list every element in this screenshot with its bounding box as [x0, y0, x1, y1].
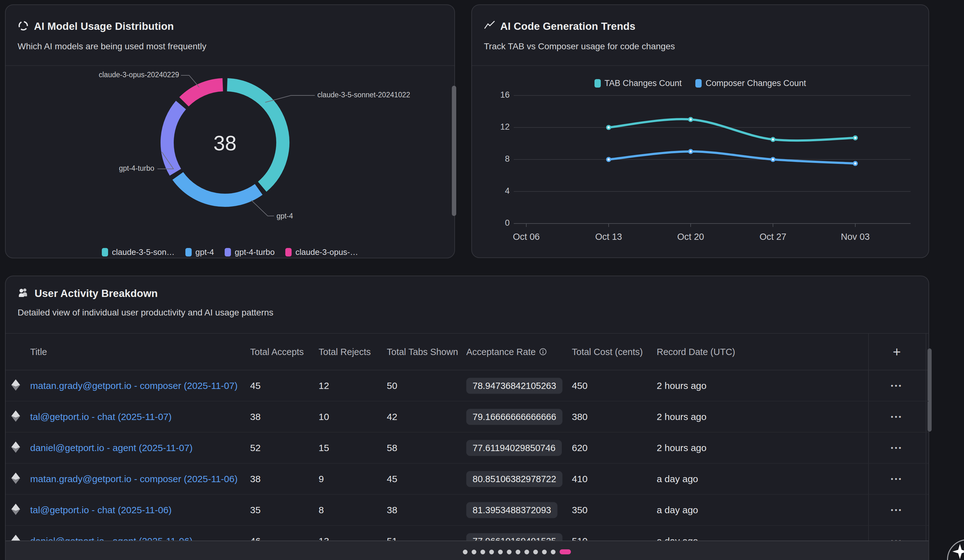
card-title: User Activity Breakdown — [34, 287, 158, 299]
column-header-total-rejects[interactable]: Total Rejects — [319, 347, 371, 357]
cell-total-accepts: 38 — [250, 412, 261, 422]
row-menu-button[interactable]: ••• — [882, 382, 912, 390]
legend-label: claude-3-5-son… — [112, 247, 174, 257]
card-subtitle: Track TAB vs Composer usage for code cha… — [484, 41, 675, 52]
table-row[interactable]: tal@getport.io - chat (2025-11-07) 38 10… — [6, 401, 928, 433]
column-header-total-tabs-shown[interactable]: Total Tabs Shown — [387, 347, 458, 357]
info-icon[interactable] — [539, 348, 547, 356]
cell-total-tabs: 42 — [387, 412, 397, 422]
pagination-dot[interactable] — [524, 550, 529, 554]
pie-chart-icon — [18, 20, 29, 32]
x-tick-label: Nov 03 — [841, 232, 870, 242]
legend-swatch — [186, 248, 192, 256]
legend-swatch — [102, 248, 108, 256]
table-row[interactable]: matan.grady@getport.io - composer (2025-… — [6, 464, 928, 495]
donut-total-value: 38 — [213, 131, 236, 155]
row-title-link[interactable]: tal@getport.io - chat (2025-11-06) — [30, 505, 171, 515]
cell-total-accepts: 38 — [250, 474, 261, 484]
data-point-center — [772, 159, 774, 161]
data-point-center — [854, 137, 857, 139]
cell-acceptance-rate-badge: 78.94736842105263 — [466, 378, 562, 394]
column-header-record-date[interactable]: Record Date (UTC) — [657, 347, 735, 357]
line-chart: 16 12 8 4 0 Oct 06 Oct 13 Oct 20 Oct 27 … — [472, 67, 928, 255]
row-title-link[interactable]: tal@getport.io - chat (2025-11-07) — [30, 412, 171, 422]
users-icon — [18, 287, 29, 300]
data-point-center — [608, 159, 610, 161]
data-point-center — [854, 162, 857, 164]
pagination-dot[interactable] — [516, 550, 520, 554]
model-usage-header: AI Model Usage Distribution Which AI mod… — [6, 5, 454, 66]
legend-item-gpt-4[interactable]: gpt-4 — [186, 247, 214, 257]
table-row[interactable]: matan.grady@getport.io - composer (2025-… — [6, 370, 928, 401]
model-usage-card: AI Model Usage Distribution Which AI mod… — [5, 4, 455, 258]
pagination-dot[interactable] — [498, 550, 503, 554]
table-footer-strip — [6, 541, 928, 560]
pagination-dot[interactable] — [533, 550, 538, 554]
column-header-total-accepts[interactable]: Total Accepts — [250, 347, 304, 357]
slice-label-gpt-4: gpt-4 — [277, 212, 293, 220]
y-tick-label: 16 — [500, 90, 510, 99]
entity-cube-icon — [9, 471, 23, 487]
row-title-link[interactable]: matan.grady@getport.io - composer (2025-… — [30, 380, 238, 391]
sparkles-icon — [948, 540, 964, 560]
pagination-dot[interactable] — [472, 550, 476, 554]
pagination-dot[interactable] — [507, 550, 511, 554]
row-menu-button[interactable]: ••• — [882, 413, 912, 421]
cell-total-cost: 350 — [572, 505, 588, 515]
cell-total-rejects: 15 — [319, 443, 329, 453]
pagination-dot[interactable] — [542, 550, 547, 554]
row-title-link[interactable]: daniel@getport.io - agent (2025-11-07) — [30, 443, 193, 453]
row-menu-button[interactable]: ••• — [882, 475, 912, 483]
cell-acceptance-rate-badge: 79.16666666666666 — [466, 409, 562, 425]
cell-acceptance-rate-badge: 77.61194029850746 — [466, 440, 562, 456]
code-trends-card: AI Code Generation Trends Track TAB vs C… — [471, 4, 929, 258]
series-line-TAB Changes Count — [609, 119, 855, 141]
column-header-label: Acceptance Rate — [466, 347, 536, 357]
column-header-total-cost[interactable]: Total Cost (cents) — [572, 347, 643, 357]
column-header-title[interactable]: Title — [30, 347, 47, 357]
pagination-dot[interactable] — [480, 550, 485, 554]
trending-line-icon — [484, 20, 495, 32]
add-column-button[interactable]: + — [882, 344, 912, 360]
data-point-center — [772, 138, 774, 141]
ai-assistant-button[interactable] — [947, 539, 964, 560]
pagination-dot-active[interactable] — [560, 549, 571, 554]
data-point-center — [690, 150, 692, 153]
cell-total-accepts: 52 — [250, 443, 261, 453]
legend-item-claude-3-opus[interactable]: claude-3-opus-… — [285, 247, 358, 257]
legend-swatch — [225, 248, 231, 256]
donut-slice-gpt-4-turbo[interactable] — [167, 105, 181, 172]
cell-record-date: 2 hours ago — [657, 443, 706, 453]
row-menu-button[interactable]: ••• — [882, 444, 912, 452]
legend-item-gpt-4-turbo[interactable]: gpt-4-turbo — [225, 247, 275, 257]
slice-label-claude-3-opus: claude-3-opus-20240229 — [99, 71, 179, 79]
x-tick-label: Oct 20 — [677, 232, 704, 242]
card-scrollbar-thumb[interactable] — [452, 86, 456, 216]
row-title-link[interactable]: matan.grady@getport.io - composer (2025-… — [30, 474, 238, 484]
legend-item-claude-3-5-sonnet[interactable]: claude-3-5-son… — [102, 247, 174, 257]
column-header-acceptance-rate[interactable]: Acceptance Rate — [466, 347, 547, 357]
table-row[interactable]: tal@getport.io - chat (2025-11-06) 35 8 … — [6, 495, 928, 526]
cell-total-cost: 380 — [572, 412, 588, 422]
pagination-dot[interactable] — [463, 550, 467, 554]
donut-slice-gpt-4[interactable] — [178, 176, 259, 201]
donut-slice-claude-3-opus-20240229[interactable] — [184, 85, 223, 102]
cell-total-tabs: 58 — [387, 443, 397, 453]
pagination-dot[interactable] — [489, 550, 494, 554]
row-menu-button[interactable]: ••• — [882, 506, 912, 514]
legend-label: gpt-4 — [195, 247, 214, 257]
user-activity-card: User Activity Breakdown Detailed view of… — [5, 276, 929, 560]
y-tick-label: 4 — [505, 186, 510, 196]
cell-total-rejects: 8 — [319, 505, 324, 515]
slice-label-claude-3-5-sonnet: claude-3-5-sonnet-20241022 — [318, 91, 410, 99]
entity-cube-icon — [9, 440, 23, 456]
pagination-dots — [463, 549, 571, 554]
cell-total-accepts: 45 — [250, 380, 261, 391]
cell-record-date: a day ago — [657, 505, 698, 515]
cell-total-rejects: 9 — [319, 474, 324, 484]
table-row[interactable]: daniel@getport.io - agent (2025-11-07) 5… — [6, 433, 928, 464]
cell-record-date: 2 hours ago — [657, 412, 706, 422]
pagination-dot[interactable] — [551, 550, 555, 554]
card-title: AI Model Usage Distribution — [34, 20, 174, 32]
slice-label-gpt-4-turbo: gpt-4-turbo — [119, 164, 154, 172]
